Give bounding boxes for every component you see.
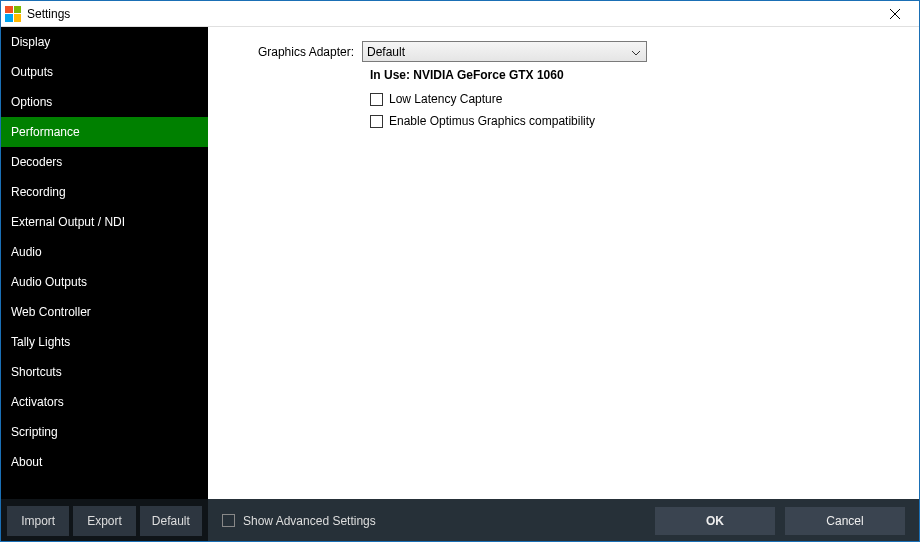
cancel-button[interactable]: Cancel	[785, 507, 905, 535]
optimus-label: Enable Optimus Graphics compatibility	[389, 114, 595, 128]
default-button[interactable]: Default	[140, 506, 202, 536]
chevron-down-icon	[632, 45, 640, 59]
in-use-prefix: In Use:	[370, 68, 413, 82]
sidebar: Display Outputs Options Performance Deco…	[1, 27, 208, 499]
sidebar-item-options[interactable]: Options	[1, 87, 208, 117]
checkbox-box-icon	[222, 514, 235, 527]
optimus-checkbox[interactable]: Enable Optimus Graphics compatibility	[370, 114, 895, 128]
sidebar-item-label: Performance	[11, 125, 80, 139]
sidebar-item-label: Audio Outputs	[11, 275, 87, 289]
sidebar-item-label: Audio	[11, 245, 42, 259]
sidebar-item-audio-outputs[interactable]: Audio Outputs	[1, 267, 208, 297]
graphics-adapter-label: Graphics Adapter:	[232, 45, 362, 59]
in-use-row: In Use: NVIDIA GeForce GTX 1060	[370, 68, 895, 82]
sidebar-item-label: Shortcuts	[11, 365, 62, 379]
export-button[interactable]: Export	[73, 506, 135, 536]
sidebar-item-web-controller[interactable]: Web Controller	[1, 297, 208, 327]
sidebar-item-label: Tally Lights	[11, 335, 70, 349]
footer: Import Export Default Show Advanced Sett…	[1, 499, 919, 542]
sidebar-item-audio[interactable]: Audio	[1, 237, 208, 267]
show-advanced-label: Show Advanced Settings	[243, 514, 376, 528]
sidebar-item-shortcuts[interactable]: Shortcuts	[1, 357, 208, 387]
sidebar-item-outputs[interactable]: Outputs	[1, 57, 208, 87]
titlebar: Settings	[1, 1, 919, 27]
sidebar-item-label: About	[11, 455, 42, 469]
footer-left: Import Export Default	[1, 499, 208, 542]
import-button[interactable]: Import	[7, 506, 69, 536]
sidebar-item-about[interactable]: About	[1, 447, 208, 477]
low-latency-checkbox[interactable]: Low Latency Capture	[370, 92, 895, 106]
sidebar-item-label: Scripting	[11, 425, 58, 439]
window-title: Settings	[27, 7, 70, 21]
sidebar-item-performance[interactable]: Performance	[1, 117, 208, 147]
sidebar-item-scripting[interactable]: Scripting	[1, 417, 208, 447]
sidebar-item-external-output-ndi[interactable]: External Output / NDI	[1, 207, 208, 237]
checkbox-box-icon	[370, 115, 383, 128]
sidebar-item-tally-lights[interactable]: Tally Lights	[1, 327, 208, 357]
main-panel: Graphics Adapter: Default In Use: NVIDIA…	[208, 27, 919, 499]
ok-button[interactable]: OK	[655, 507, 775, 535]
sidebar-item-label: Activators	[11, 395, 64, 409]
close-button[interactable]	[875, 2, 915, 26]
show-advanced-checkbox[interactable]: Show Advanced Settings	[222, 514, 376, 528]
sidebar-item-display[interactable]: Display	[1, 27, 208, 57]
sidebar-item-label: Options	[11, 95, 52, 109]
sidebar-item-recording[interactable]: Recording	[1, 177, 208, 207]
sidebar-item-decoders[interactable]: Decoders	[1, 147, 208, 177]
sidebar-item-label: Outputs	[11, 65, 53, 79]
footer-right: Show Advanced Settings OK Cancel	[208, 499, 919, 542]
low-latency-label: Low Latency Capture	[389, 92, 502, 106]
sidebar-item-label: Decoders	[11, 155, 62, 169]
sidebar-item-label: External Output / NDI	[11, 215, 125, 229]
close-icon	[890, 9, 900, 19]
app-icon	[5, 6, 21, 22]
sidebar-item-activators[interactable]: Activators	[1, 387, 208, 417]
in-use-value: NVIDIA GeForce GTX 1060	[413, 68, 563, 82]
sidebar-item-label: Display	[11, 35, 50, 49]
sidebar-item-label: Recording	[11, 185, 66, 199]
checkbox-box-icon	[370, 93, 383, 106]
graphics-adapter-value: Default	[367, 45, 405, 59]
graphics-adapter-select[interactable]: Default	[362, 41, 647, 62]
sidebar-item-label: Web Controller	[11, 305, 91, 319]
